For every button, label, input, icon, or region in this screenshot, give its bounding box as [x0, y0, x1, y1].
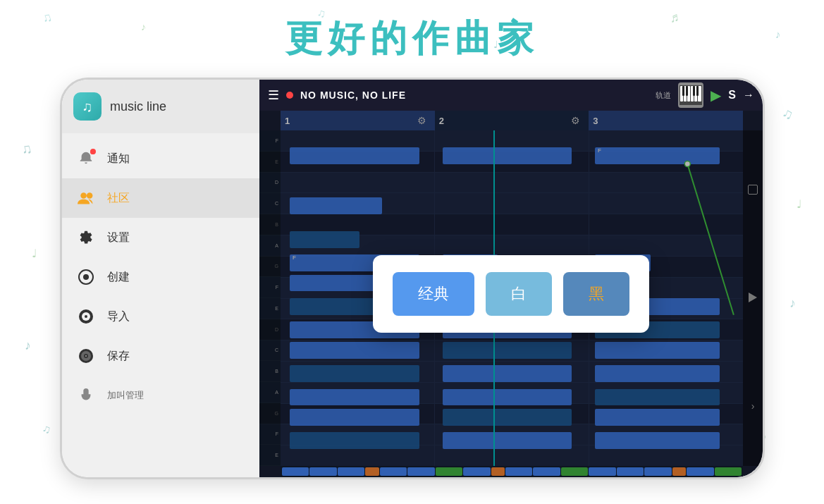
- white-button[interactable]: 白: [486, 272, 552, 316]
- sidebar-item-import[interactable]: 导入: [62, 297, 259, 336]
- grid-area: 1 ⚙ 2 ⚙ 3 F E D C B: [259, 111, 763, 477]
- svg-rect-23: [686, 86, 688, 96]
- save-label: 保存: [107, 349, 130, 364]
- svg-point-5: [83, 274, 89, 280]
- svg-rect-22: [682, 86, 684, 96]
- svg-rect-24: [693, 86, 695, 96]
- classic-button[interactable]: 经典: [393, 272, 474, 316]
- menu-icon[interactable]: ☰: [268, 87, 279, 103]
- sidebar-header: ♫ music line: [62, 80, 259, 133]
- import-label: 导入: [107, 309, 130, 324]
- app-name-label: music line: [110, 99, 166, 114]
- settings-label: 设置: [107, 231, 130, 245]
- main-content: ☰ NO MUSIC, NO LIFE 轨道: [259, 80, 763, 477]
- deco-note-13: ♪: [789, 296, 796, 311]
- svg-point-12: [85, 355, 87, 357]
- deco-note-15: ♩: [32, 247, 37, 260]
- save-icon: [76, 346, 96, 366]
- dialog-overlay: 经典 白 黑: [259, 111, 763, 477]
- community-icon: [76, 188, 96, 208]
- vocal-icon: [76, 386, 96, 405]
- track-label: 轨道: [656, 90, 671, 101]
- svg-rect-25: [696, 86, 699, 96]
- sidebar-item-vocal[interactable]: 加叫管理: [62, 376, 259, 415]
- sidebar-item-save[interactable]: 保存: [62, 336, 259, 376]
- svg-point-8: [85, 315, 87, 318]
- record-dot: [286, 92, 293, 99]
- sidebar-item-community[interactable]: 社区: [62, 178, 259, 218]
- community-label: 社区: [107, 191, 130, 206]
- svg-point-1: [87, 192, 93, 199]
- settings-icon: [76, 228, 96, 247]
- app-logo: ♫: [73, 92, 102, 121]
- s-button[interactable]: S: [728, 89, 736, 102]
- import-icon: [76, 307, 96, 326]
- sidebar: ♫ music line 通知: [62, 80, 259, 477]
- notifications-label: 通知: [107, 152, 130, 166]
- dialog-box: 经典 白 黑: [373, 255, 649, 333]
- main-title: 更好的作曲家: [0, 14, 824, 63]
- arrow-button[interactable]: →: [743, 89, 754, 102]
- sidebar-item-create[interactable]: 创建: [62, 257, 259, 297]
- notification-badge: [90, 149, 95, 154]
- deco-note-16: ♪: [25, 338, 31, 353]
- sidebar-item-settings[interactable]: 设置: [62, 218, 259, 257]
- sidebar-item-notifications[interactable]: 通知: [62, 139, 259, 178]
- phone-mockup: ♫ music line 通知: [60, 78, 765, 479]
- vocal-label: 加叫管理: [107, 389, 144, 402]
- play-button[interactable]: ▶: [711, 87, 721, 104]
- phone-inner: ♫ music line 通知: [62, 80, 763, 477]
- deco-note-12: ♩: [797, 197, 802, 211]
- track-title: NO MUSIC, NO LIFE: [300, 90, 648, 101]
- app-logo-icon: ♫: [82, 99, 93, 115]
- piano-icon[interactable]: [678, 82, 703, 108]
- bell-icon: [76, 149, 96, 168]
- svg-point-0: [80, 192, 87, 199]
- page-title-area: 更好的作曲家: [0, 14, 824, 63]
- create-label: 创建: [107, 270, 130, 285]
- create-icon: [76, 267, 96, 287]
- black-button[interactable]: 黑: [563, 272, 629, 316]
- top-bar: ☰ NO MUSIC, NO LIFE 轨道: [259, 80, 763, 111]
